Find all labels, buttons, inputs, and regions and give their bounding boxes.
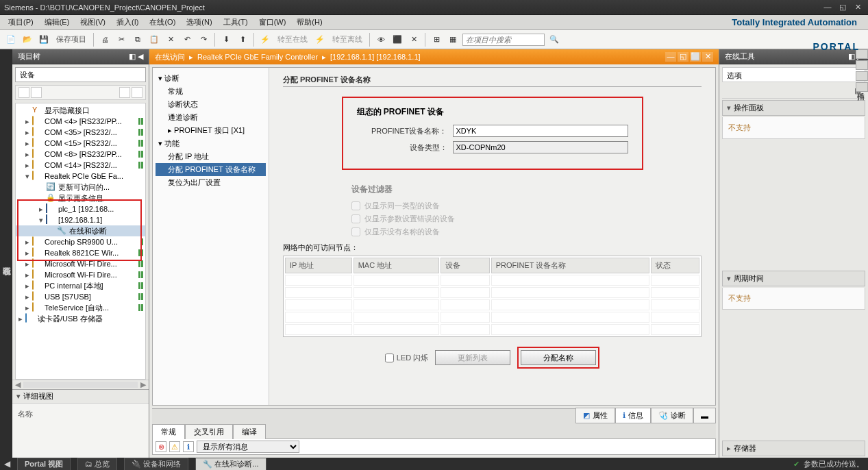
go-online-icon[interactable]: ⚡ [258,33,272,47]
col-status[interactable]: 状态 [651,258,699,273]
doc-restore-icon[interactable]: ◱ [678,52,689,62]
compile-icon[interactable]: ⬇ [219,33,233,47]
print-icon[interactable]: 🖨 [98,33,112,47]
tree-cardreader[interactable]: ▸读卡器/USB 存储器 [16,313,145,324]
minimize-icon[interactable]: — [821,3,834,12]
tab-diag[interactable]: 🩺诊断 [651,408,693,423]
tab-xref[interactable]: 交叉引用 [185,424,233,439]
info-icon[interactable]: ℹ [183,441,194,452]
tree-icon-2[interactable] [31,87,42,98]
task-online-diag[interactable]: 🔧 在线和诊断... [195,458,266,471]
tree-online-diag[interactable]: 🔧在线和诊断 [16,225,145,236]
crumb-3[interactable]: [192.168.1.1] [192.168.1.1] [330,53,421,61]
restore-icon[interactable]: ◱ [836,3,849,12]
search-input[interactable] [462,34,545,46]
tree-icon-1[interactable] [18,87,29,98]
pin-icon[interactable]: ◧ ◀ [129,52,143,61]
tab-compile[interactable]: 编译 [233,424,266,439]
nav-profinet-if[interactable]: ▸ PROFINET 接口 [X1] [156,124,266,137]
nav-assign-ip[interactable]: 分配 IP 地址 [156,150,266,163]
nav-channel-diag[interactable]: 通道诊断 [156,111,266,124]
search-icon[interactable]: 🔍 [547,33,561,47]
rail-libraries[interactable]: 库 [856,71,868,81]
tree-settings-icon[interactable] [132,87,142,98]
nav-reset[interactable]: 复位为出厂设置 [156,176,266,189]
tree-wifi2[interactable]: ▸Microsoft Wi-Fi Dire... [16,269,145,280]
menu-options[interactable]: 选项(N) [181,15,217,29]
cycle-time-header[interactable]: ▾周期时间 [722,271,865,286]
save-icon[interactable]: 💾 [37,33,51,47]
col-mac[interactable]: MAC 地址 [354,258,440,273]
refresh-button[interactable]: 更新列表 [435,350,510,365]
menu-help[interactable]: 帮助(H) [291,15,327,29]
tree-com15[interactable]: ▸COM <15> [RS232/... [16,138,145,149]
force-icon[interactable]: ⬛ [390,33,404,47]
open-project-icon[interactable]: 📂 [21,33,34,47]
warning-icon[interactable]: ⚠ [169,441,180,452]
menu-window[interactable]: 窗口(W) [253,15,292,29]
delete-icon[interactable]: ✕ [164,33,177,47]
table-row[interactable] [285,275,699,286]
go-offline-icon[interactable]: ⚡ [313,33,327,47]
nav-general[interactable]: 常规 [156,85,266,98]
rail-plugins[interactable]: 插件 [856,82,868,92]
menu-insert[interactable]: 插入(I) [111,15,144,29]
col-ip[interactable]: IP 地址 [285,258,352,273]
menu-project[interactable]: 项目(P) [3,15,39,29]
copy-icon[interactable]: ⧉ [131,33,145,47]
detail-view-header[interactable]: ▾详细视图 [12,389,149,403]
nav-diag-status[interactable]: 诊断状态 [156,98,266,111]
tab-general[interactable]: 常规 [152,424,185,439]
download-icon[interactable]: ⬆ [236,33,249,47]
menu-online[interactable]: 在线(O) [144,15,181,29]
tree-com14[interactable]: ▸COM <14> [RS232/... [16,160,145,171]
tree-com35[interactable]: ▸COM <35> [RS232/... [16,127,145,138]
dev-type-input[interactable] [453,141,628,153]
undo-icon[interactable]: ↶ [180,33,194,47]
go-offline-label[interactable]: 转至离线 [330,34,365,45]
error-icon[interactable]: ⊗ [156,441,166,452]
project-tree[interactable]: Y显示隐藏接口 ▸COM <4> [RS232/PP... ▸COM <35> … [15,103,146,380]
device-dropdown[interactable]: 设备 [15,67,146,82]
menu-tools[interactable]: 工具(T) [218,15,253,29]
monitor-icon[interactable]: 👁 [374,33,388,47]
window-split-icon[interactable]: ⊞ [430,33,443,47]
nav-func[interactable]: ▾ 功能 [156,137,266,150]
storage-header[interactable]: ▸存储器 [722,441,865,456]
tree-update-access[interactable]: 🔄更新可访问的... [16,182,145,193]
stop-icon[interactable]: ✕ [407,33,421,47]
table-row[interactable] [285,324,699,335]
tree-view-icon[interactable] [119,87,130,98]
doc-minimize-icon[interactable]: — [665,52,676,62]
tree-8821ce[interactable]: ▸Realtek 8821CE Wir... [16,247,145,258]
dev-name-input[interactable] [453,125,628,137]
col-dev[interactable]: 设备 [441,258,489,273]
layout-icon[interactable]: ▦ [446,33,460,47]
tree-com8[interactable]: ▸COM <8> [RS232/PP... [16,149,145,160]
table-row[interactable] [285,312,699,323]
nav-tree[interactable]: ▾ 诊断 常规 诊断状态 通道诊断 ▸ PROFINET 接口 [X1] ▾ 功… [153,68,269,405]
task-portal[interactable]: Portal 视图 [17,458,71,471]
tree-more-info[interactable]: 🔒显示更多信息 [16,193,145,203]
doc-maximize-icon[interactable]: ⬜ [690,52,701,62]
nav-diag[interactable]: ▾ 诊断 [156,72,266,85]
tab-properties[interactable]: ◩属性 [575,408,615,423]
tree-wifi1[interactable]: ▸Microsoft Wi-Fi Dire... [16,258,145,269]
left-rail-tab[interactable]: 在线与诊断 [0,49,12,458]
doc-close-icon[interactable]: ✕ [702,52,713,62]
menu-edit[interactable]: 编辑(E) [39,15,75,29]
led-flash-checkbox[interactable] [385,354,394,362]
crumb-2[interactable]: Realtek PCIe GbE Family Controller [197,53,318,61]
tree-com4[interactable]: ▸COM <4> [RS232/PP... [16,116,145,127]
tab-collapse-icon[interactable]: ▬ [693,408,716,423]
tree-teleservice[interactable]: ▸TeleService [自动... [16,302,145,313]
paste-icon[interactable]: 📋 [147,33,161,47]
operator-panel-header[interactable]: ▾操作面板 [722,100,865,116]
tree-usb[interactable]: ▸USB [S7USB] [16,291,145,302]
nav-assign-name[interactable]: 分配 PROFINET 设备名称 [156,163,266,176]
new-project-icon[interactable]: 📄 [4,33,18,47]
col-pname[interactable]: PROFINET 设备名称 [491,258,649,273]
rail-tasks[interactable]: 任务 [856,60,868,70]
tree-show-hidden[interactable]: Y显示隐藏接口 [16,105,145,116]
message-filter-select[interactable]: 显示所有消息 [197,441,299,453]
